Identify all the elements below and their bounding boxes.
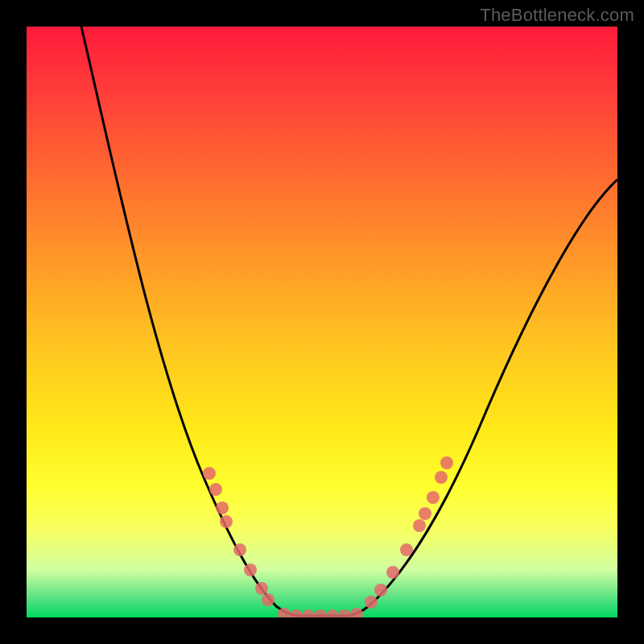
svg-point-18 (400, 543, 413, 556)
svg-point-14 (350, 608, 363, 617)
bottleneck-curve (81, 27, 617, 616)
right-marker-cluster (365, 456, 453, 609)
curve-overlay (27, 27, 617, 617)
svg-point-3 (220, 515, 233, 528)
svg-point-13 (338, 609, 351, 617)
svg-point-7 (262, 593, 275, 606)
svg-point-2 (216, 502, 229, 514)
svg-point-22 (435, 471, 448, 484)
svg-point-6 (255, 582, 268, 595)
svg-point-5 (244, 564, 257, 576)
svg-point-0 (203, 467, 216, 480)
svg-point-21 (427, 491, 440, 504)
svg-point-15 (365, 596, 378, 609)
svg-point-4 (233, 543, 246, 556)
svg-point-1 (209, 483, 222, 496)
watermark-text: TheBottleneck.com (480, 5, 634, 26)
svg-point-23 (440, 456, 453, 469)
svg-point-17 (386, 566, 399, 579)
svg-point-9 (290, 609, 303, 617)
svg-point-11 (314, 609, 327, 617)
svg-point-12 (326, 609, 339, 617)
left-marker-cluster (203, 467, 275, 606)
svg-point-10 (302, 609, 315, 617)
svg-point-20 (419, 507, 431, 520)
chart-container: TheBottleneck.com (0, 0, 644, 644)
svg-point-19 (413, 519, 426, 532)
svg-point-16 (374, 584, 387, 597)
bottom-marker-cluster (278, 608, 363, 617)
